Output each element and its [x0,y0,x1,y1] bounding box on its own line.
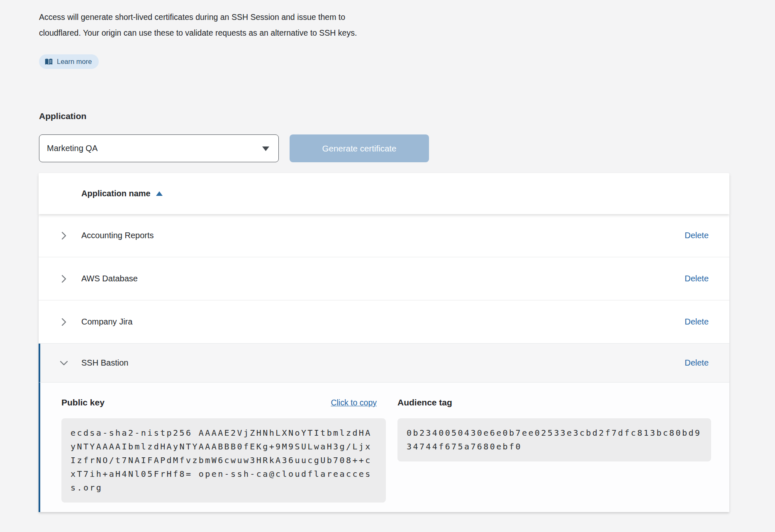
sort-ascending-icon [151,191,163,196]
public-key-section: Public key Click to copy ecdsa-sha2-nist… [61,398,386,503]
table-row-company-jira[interactable]: Company Jira Delete [39,300,729,344]
audience-tag-section: Audience tag 0b2340050430e6e0b7ee02533e3… [397,398,711,461]
delete-link[interactable]: Delete [685,231,709,240]
expand-chevron-right-icon[interactable] [58,230,70,242]
audience-tag-label: Audience tag [397,398,452,408]
application-name: SSH Bastion [81,358,128,368]
table-row-ssh-bastion[interactable]: SSH Bastion Delete [39,344,729,383]
book-icon [45,59,53,65]
public-key-line: s.org [71,481,377,495]
learn-more-label: Learn more [57,58,92,66]
expand-chevron-right-icon[interactable] [58,316,70,328]
application-select[interactable]: Marketing QA [39,134,279,162]
public-key-line: xT7ih+aH4Nl05FrHf8= open-ssh-ca@cloudfla… [71,467,377,481]
application-label: Application [39,111,86,121]
intro-text-line2: cloudflared. Your origin can use these t… [39,25,357,41]
generate-certificate-button[interactable]: Generate certificate [290,134,429,162]
public-key-value: ecdsa-sha2-nistp256 AAAAE2VjZHNhLXNoYTIt… [61,418,386,503]
public-key-label: Public key [61,398,105,408]
table-rows: Accounting Reports Delete AWS Database D… [39,214,729,512]
applications-table: Application name Accounting Reports Dele… [39,173,729,512]
table-row-aws-database[interactable]: AWS Database Delete [39,257,729,300]
delete-link[interactable]: Delete [685,358,709,368]
audience-tag-line: 34744f675a7680ebf0 [407,440,702,454]
audience-tag-value: 0b2340050430e6e0b7ee02533e3cbd2f7dfc813b… [397,418,711,461]
collapse-chevron-down-icon[interactable] [58,357,70,369]
delete-link[interactable]: Delete [685,317,709,327]
audience-tag-line: 0b2340050430e6e0b7ee02533e3cbd2f7dfc813b… [407,426,702,440]
public-key-line: IzfrNO/t7NAIFAPdMfvzbmW6cwuw3HRkA36uucgU… [71,454,377,467]
delete-link[interactable]: Delete [685,274,709,283]
public-key-line: ecdsa-sha2-nistp256 AAAAE2VjZHNhLXNoYTIt… [71,426,377,440]
click-to-copy-link[interactable]: Click to copy [331,398,377,408]
intro-text: Access will generate short-lived certifi… [39,9,357,41]
application-select-value: Marketing QA [47,144,262,153]
learn-more-button[interactable]: Learn more [39,54,99,69]
ssh-bastion-detail-panel: Public key Click to copy ecdsa-sha2-nist… [39,383,729,512]
public-key-line: yNTYAAAAIbmlzdHAyNTYAAABBB0fEKg+9M9SULwa… [71,440,377,454]
application-name: Company Jira [81,317,132,327]
application-name: AWS Database [81,274,138,283]
caret-down-icon [262,144,269,153]
table-header-label: Application name [81,189,151,198]
expand-chevron-right-icon[interactable] [58,273,70,285]
application-name: Accounting Reports [81,231,154,240]
table-header-application-name[interactable]: Application name [39,173,729,214]
intro-text-line1: Access will generate short-lived certifi… [39,9,357,25]
table-row-accounting-reports[interactable]: Accounting Reports Delete [39,214,729,257]
